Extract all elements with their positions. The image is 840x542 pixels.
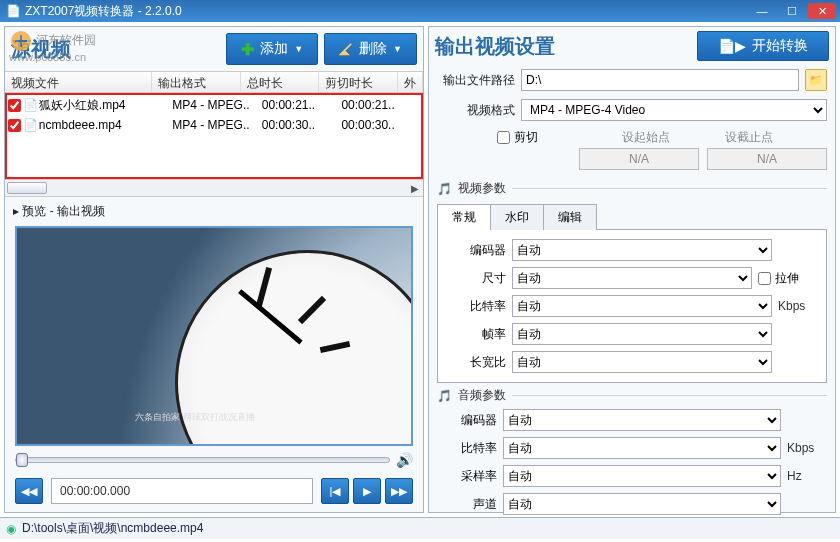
col-file[interactable]: 视频文件 — [5, 72, 152, 92]
add-button[interactable]: ✚ 添加 ▼ — [226, 33, 318, 65]
seek-slider[interactable] — [15, 457, 390, 463]
video-tab-body: 编码器自动 尺寸自动拉伸 比特率自动Kbps 帧率自动 长宽比自动 — [437, 230, 827, 383]
clip-checkbox-wrap[interactable]: 剪切 — [497, 129, 538, 146]
clip-end-value: N/A — [707, 148, 827, 170]
col-duration[interactable]: 总时长 — [241, 72, 320, 92]
clip-end-label: 设截止点 — [725, 129, 773, 146]
a-encoder-select[interactable]: 自动 — [503, 409, 781, 431]
clip-row: 剪切 设起始点 设截止点 — [429, 125, 835, 148]
col-format[interactable]: 输出格式 — [152, 72, 240, 92]
v-aspect-label: 长宽比 — [446, 354, 506, 371]
prev-button[interactable]: |◀ — [321, 478, 349, 504]
video-format-row: 视频格式 MP4 - MPEG-4 Video — [429, 95, 835, 125]
preview-area: 六条自拍家 网球双打战况直播 — [15, 226, 413, 446]
title-bar: 📄 ZXT2007视频转换器 - 2.2.0.0 — ☐ ✕ — [0, 0, 840, 22]
dropdown-icon: ▼ — [294, 44, 303, 54]
output-path-row: 输出文件路径 📁 — [429, 65, 835, 95]
row-checkbox[interactable] — [8, 119, 21, 132]
source-heading: 源视频 — [11, 36, 220, 63]
h-scrollbar[interactable]: ▶ — [5, 179, 423, 197]
a-bitrate-select[interactable]: 自动 — [503, 437, 781, 459]
cell-duration: 00:00:30.. — [262, 118, 342, 132]
broom-icon — [339, 42, 353, 56]
scroll-right-icon[interactable]: ▶ — [407, 183, 423, 194]
v-encoder-select[interactable]: 自动 — [512, 239, 772, 261]
volume-icon[interactable]: 🔊 — [396, 452, 413, 468]
cell-file: ncmbdeee.mp4 — [39, 118, 172, 132]
maximize-button[interactable]: ☐ — [778, 3, 806, 19]
format-label: 视频格式 — [437, 102, 515, 119]
cell-format: MP4 - MPEG.. — [172, 118, 262, 132]
audio-section-label: 音频参数 — [458, 387, 506, 404]
seek-thumb[interactable] — [16, 453, 28, 467]
plus-icon: ✚ — [241, 40, 254, 59]
video-section-icon: 🎵 — [437, 182, 452, 196]
clip-values: N/A N/A — [429, 148, 835, 176]
format-select[interactable]: MP4 - MPEG-4 Video — [521, 99, 827, 121]
a-channel-label: 声道 — [437, 496, 497, 513]
v-size-select[interactable]: 自动 — [512, 267, 752, 289]
row-checkbox[interactable] — [8, 99, 21, 112]
preview-label: ▸ 预览 - 输出视频 — [5, 197, 423, 226]
a-sample-select[interactable]: 自动 — [503, 465, 781, 487]
source-panel: 河东软件园 www.pc0359.cn 源视频 ✚ 添加 ▼ 删除 ▼ 视频文件… — [4, 26, 424, 513]
v-bitrate-unit: Kbps — [778, 299, 818, 313]
rewind-button[interactable]: ◀◀ — [15, 478, 43, 504]
video-section-header: 🎵 视频参数 — [429, 176, 835, 199]
time-display: 00:00:00.000 — [51, 478, 313, 504]
scroll-thumb[interactable] — [7, 182, 47, 194]
browse-button[interactable]: 📁 — [805, 69, 827, 91]
stretch-label: 拉伸 — [775, 270, 799, 287]
clip-checkbox[interactable] — [497, 131, 510, 144]
close-button[interactable]: ✕ — [808, 3, 836, 19]
file-icon: 📄 — [23, 98, 39, 112]
v-aspect-select[interactable]: 自动 — [512, 351, 772, 373]
minimize-button[interactable]: — — [748, 3, 776, 19]
cell-clip: 00:00:21.. — [341, 98, 421, 112]
file-icon: 📄 — [23, 118, 39, 132]
tab-watermark[interactable]: 水印 — [490, 204, 544, 230]
col-ext[interactable]: 外 — [398, 72, 423, 92]
v-fps-label: 帧率 — [446, 326, 506, 343]
col-clip[interactable]: 剪切时长 — [319, 72, 398, 92]
v-bitrate-label: 比特率 — [446, 298, 506, 315]
clip-start-value: N/A — [579, 148, 699, 170]
status-bar: ◉ D:\tools\桌面\视频\ncmbdeee.mp4 — [0, 517, 840, 539]
delete-label: 删除 — [359, 40, 387, 58]
output-heading: 输出视频设置 — [435, 33, 691, 60]
path-label: 输出文件路径 — [437, 72, 515, 89]
a-bitrate-unit: Kbps — [787, 441, 827, 455]
v-encoder-label: 编码器 — [446, 242, 506, 259]
app-icon: 📄 — [6, 4, 21, 18]
a-encoder-label: 编码器 — [437, 412, 497, 429]
v-size-label: 尺寸 — [446, 270, 506, 287]
title-text: ZXT2007视频转换器 - 2.2.0.0 — [25, 3, 182, 20]
delete-button[interactable]: 删除 ▼ — [324, 33, 417, 65]
table-row[interactable]: 📄 ncmbdeee.mp4 MP4 - MPEG.. 00:00:30.. 0… — [7, 115, 421, 135]
source-header: 河东软件园 www.pc0359.cn 源视频 ✚ 添加 ▼ 删除 ▼ — [5, 27, 423, 71]
tab-edit[interactable]: 编辑 — [543, 204, 597, 230]
a-channel-select[interactable]: 自动 — [503, 493, 781, 515]
v-fps-select[interactable]: 自动 — [512, 323, 772, 345]
convert-icon: 📄▶ — [718, 38, 746, 54]
stretch-checkbox[interactable] — [758, 272, 771, 285]
audio-section-header: 🎵 音频参数 — [429, 383, 835, 406]
video-section-label: 视频参数 — [458, 180, 506, 197]
a-bitrate-label: 比特率 — [437, 440, 497, 457]
playback-controls: ◀◀ 00:00:00.000 |◀ ▶ ▶▶ — [5, 474, 423, 510]
a-sample-unit: Hz — [787, 469, 827, 483]
cell-file: 狐妖小红娘.mp4 — [39, 97, 172, 114]
path-input[interactable] — [521, 69, 799, 91]
output-header: 输出视频设置 📄▶ 开始转换 — [429, 27, 835, 65]
play-button[interactable]: ▶ — [353, 478, 381, 504]
convert-button[interactable]: 📄▶ 开始转换 — [697, 31, 829, 61]
tab-general[interactable]: 常规 — [437, 204, 491, 230]
forward-button[interactable]: ▶▶ — [385, 478, 413, 504]
clip-label: 剪切 — [514, 129, 538, 146]
seek-row: 🔊 — [5, 446, 423, 474]
dropdown-icon: ▼ — [393, 44, 402, 54]
table-row[interactable]: 📄 狐妖小红娘.mp4 MP4 - MPEG.. 00:00:21.. 00:0… — [7, 95, 421, 115]
a-sample-label: 采样率 — [437, 468, 497, 485]
file-list: 📄 狐妖小红娘.mp4 MP4 - MPEG.. 00:00:21.. 00:0… — [5, 93, 423, 179]
v-bitrate-select[interactable]: 自动 — [512, 295, 772, 317]
